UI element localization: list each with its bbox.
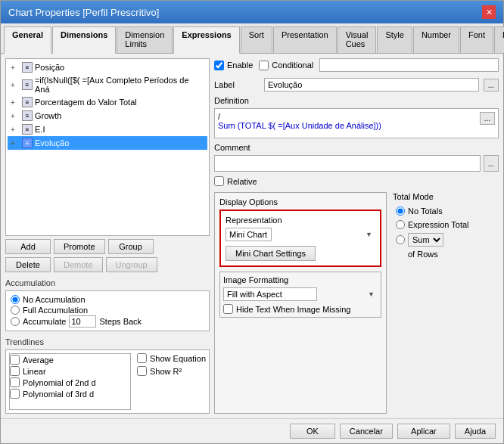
representation-box: Representation Value Indicator Mini Char… [219, 210, 381, 267]
expand-icon: + [11, 139, 20, 147]
conditional-checkbox[interactable] [259, 61, 269, 70]
label-dots-button[interactable]: ... [484, 79, 499, 92]
label-input[interactable] [264, 78, 479, 92]
bottom-bar: OK Cancelar Aplicar Ajuda [1, 418, 503, 443]
tree-item-label: =if(IsNull([$( =[Aux Completo Períodos d… [35, 76, 204, 94]
ungroup-button[interactable]: Ungroup [106, 257, 157, 272]
label-title: Label [214, 80, 260, 89]
trend-linear-label: Linear [23, 367, 46, 376]
group-button[interactable]: Group [108, 239, 154, 254]
title-bar: Chart Properties [Perfil Prescritivo] ✕ [1, 1, 503, 23]
trend-poly3: Polynomial of 3rd d [10, 388, 130, 399]
show-r2-label: Show R² [150, 367, 182, 376]
trend-poly2: Polynomial of 2nd d [10, 377, 130, 388]
tab-expressions[interactable]: Expressions [173, 26, 239, 54]
no-totals-row: No Totals [396, 206, 496, 216]
tree-item-ei[interactable]: + ≡ E.I [8, 123, 207, 136]
trend-poly3-checkbox[interactable] [10, 389, 20, 399]
expand-icon: + [11, 126, 20, 134]
item-icon: ≡ [22, 138, 33, 148]
sum-select[interactable]: Sum Avg Min Max [408, 233, 443, 247]
representation-select[interactable]: Value Indicator Mini Chart Image [226, 228, 272, 241]
main-content: + ≡ Posição + ≡ =if(IsNull([$( =[Aux Com… [1, 54, 503, 418]
conditional-label: Conditional [259, 61, 313, 70]
trend-linear-checkbox[interactable] [10, 366, 20, 376]
tab-dimensions[interactable]: Dimensions [52, 26, 116, 54]
tab-visual-cues[interactable]: Visual Cues [338, 26, 377, 53]
no-totals-radio[interactable] [396, 206, 405, 216]
show-equation-row: Show Equation [137, 353, 206, 363]
comment-input[interactable] [214, 155, 481, 172]
trend-poly2-checkbox[interactable] [10, 377, 20, 387]
enable-checkbox[interactable] [214, 61, 224, 70]
no-accumulation-radio[interactable] [11, 295, 20, 304]
show-r2-checkbox[interactable] [137, 366, 147, 376]
definition-content: / Sum (TOTAL $( =[Aux Unidade de Análise… [218, 112, 381, 130]
tree-item-evolucao[interactable]: + ≡ Evolução [8, 136, 207, 150]
steps-input[interactable] [69, 315, 96, 328]
ok-button[interactable]: OK [290, 424, 335, 439]
add-button[interactable]: Add [5, 239, 51, 254]
demote-button[interactable]: Demote [54, 257, 103, 272]
tab-general[interactable]: General [4, 26, 51, 54]
cancel-button[interactable]: Cancelar [340, 424, 393, 439]
help-button[interactable]: Ajuda [455, 424, 496, 439]
button-row-1: Add Promote Group [5, 239, 210, 254]
tab-sort[interactable]: Sort [241, 26, 272, 53]
hide-text-row: Hide Text When Image Missing [223, 304, 378, 314]
trend-average-checkbox[interactable] [10, 355, 20, 365]
full-accumulation-label: Full Accumulation [23, 306, 88, 315]
tab-style[interactable]: Style [377, 26, 412, 53]
relative-checkbox[interactable] [214, 176, 224, 186]
tab-presentation[interactable]: Presentation [273, 26, 337, 53]
tab-number[interactable]: Number [413, 26, 459, 53]
tab-font[interactable]: Font [460, 26, 493, 53]
tab-dimension-limits[interactable]: Dimension Limits [117, 26, 173, 53]
trend-average-label: Average [23, 356, 54, 365]
definition-box: / Sum (TOTAL $( =[Aux Unidade de Análise… [214, 108, 499, 138]
trend-poly2-label: Polynomial of 2nd d [23, 378, 96, 387]
item-icon: ≡ [22, 124, 33, 135]
delete-button[interactable]: Delete [5, 257, 51, 272]
item-icon: ≡ [22, 110, 33, 121]
tab-la[interactable]: La [494, 26, 504, 53]
sum-row: Sum Avg Min Max [396, 233, 496, 247]
mini-chart-settings-button[interactable]: Mini Chart Settings [226, 246, 316, 261]
image-formatting-title: Image Formatting [223, 275, 378, 284]
close-button[interactable]: ✕ [482, 5, 496, 19]
tree-item-if[interactable]: + ≡ =if(IsNull([$( =[Aux Completo Períod… [8, 74, 207, 95]
no-accumulation-row: No Accumulation [11, 294, 204, 305]
full-accumulation-row: Full Accumulation [11, 305, 204, 315]
trend-poly3-label: Polynomial of 3rd d [23, 390, 94, 399]
fill-select[interactable]: Fill Fill with Aspect Fit Always Fully E… [223, 287, 317, 301]
trendlines-options: Show Equation Show R² [134, 353, 206, 410]
tree-item-growth[interactable]: + ≡ Growth [8, 109, 207, 123]
chart-properties-window: Chart Properties [Perfil Prescritivo] ✕ … [0, 0, 504, 444]
expression-total-radio[interactable] [396, 220, 405, 229]
tree-item-posicao[interactable]: + ≡ Posição [8, 61, 207, 74]
expressions-tree[interactable]: + ≡ Posição + ≡ =if(IsNull([$( =[Aux Com… [5, 58, 210, 236]
show-r2-row: Show R² [137, 366, 206, 376]
comment-dots-button[interactable]: ... [484, 155, 499, 172]
button-row-2: Delete Demote Ungroup [5, 257, 210, 272]
representation-title: Representation [226, 216, 375, 225]
conditional-input[interactable] [319, 58, 499, 72]
left-panel: + ≡ Posição + ≡ =if(IsNull([$( =[Aux Com… [5, 58, 210, 414]
tree-item-label: Growth [35, 111, 61, 120]
hide-text-checkbox[interactable] [223, 304, 233, 314]
hide-text-label: Hide Text When Image Missing [236, 305, 350, 314]
promote-button[interactable]: Promote [54, 239, 105, 254]
display-options: Display Options Representation Value Ind… [214, 192, 387, 414]
definition-dots-button[interactable]: ... [480, 112, 495, 125]
show-equation-label: Show Equation [150, 354, 206, 363]
trendlines-list: Average Linear Polynomial of 2nd d [9, 353, 131, 410]
show-equation-checkbox[interactable] [137, 353, 147, 363]
apply-button[interactable]: Aplicar [397, 424, 450, 439]
sum-radio[interactable] [396, 235, 405, 244]
full-accumulation-radio[interactable] [11, 306, 20, 315]
item-icon: ≡ [22, 79, 33, 90]
tree-item-porcentagem[interactable]: + ≡ Porcentagem do Valor Total [8, 95, 207, 109]
relative-label: Relative [227, 177, 257, 186]
accumulate-radio[interactable] [11, 317, 20, 326]
right-panel: Enable Conditional Label ... Definition [214, 58, 499, 414]
